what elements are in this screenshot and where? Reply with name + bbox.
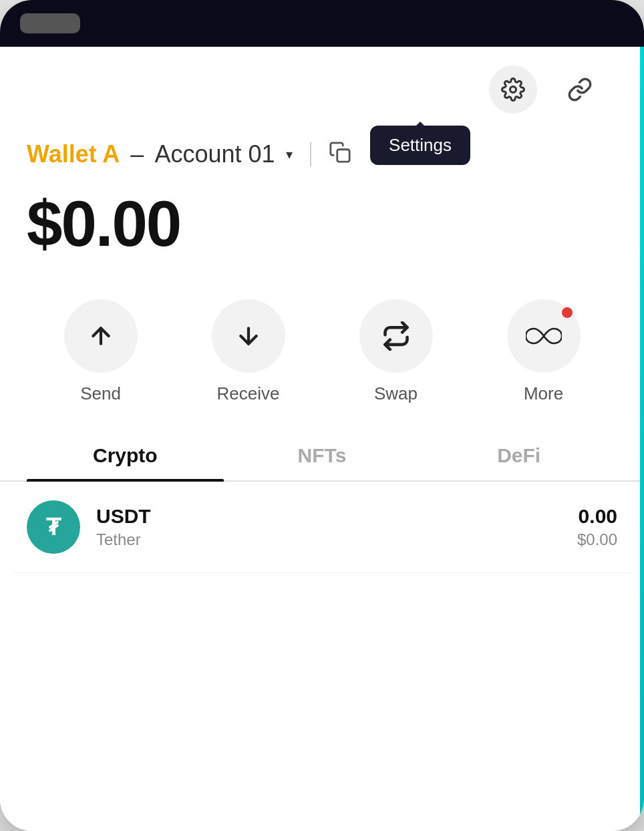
tabs-section: Crypto NFTs DeFi [0,431,644,482]
send-button[interactable] [64,299,138,373]
app-content: Settings Wallet A – Account 01 ▾ [0,47,644,831]
copy-address-button[interactable] [329,141,351,168]
usdt-name: Tether [96,530,561,549]
tab-defi[interactable]: DeFi [420,431,617,480]
copy-icon [329,141,351,164]
status-pill [20,13,80,33]
arrow-down-icon [235,323,262,349]
link-button[interactable] [556,65,604,114]
usdt-usd: $0.00 [577,530,617,549]
wallet-section: Wallet A – Account 01 ▾ [0,120,644,175]
gear-icon [501,77,525,102]
dropdown-arrow[interactable]: ▾ [286,146,293,162]
link-icon [567,77,593,102]
more-icon [526,326,562,346]
usdt-info: USDT Tether [96,505,561,549]
tab-crypto[interactable]: Crypto [27,431,224,480]
settings-button[interactable] [489,65,537,114]
swap-label: Swap [374,383,418,404]
usdt-value: 0.00 $0.00 [577,505,617,549]
receive-label: Receive [217,383,280,404]
arrow-up-icon [88,323,114,349]
status-bar [0,0,644,47]
header-icons: Settings [0,47,644,120]
wallet-dash: – [130,140,144,168]
balance-amount: $0.00 [27,188,617,259]
notification-dot [562,307,573,318]
wallet-account: Account 01 [154,140,275,168]
usdt-logo: ₮ [27,500,80,554]
receive-button[interactable] [212,299,285,373]
actions-section: Send Receive [0,286,644,431]
usdt-amount: 0.00 [577,505,617,528]
wallet-divider [310,142,311,166]
send-action[interactable]: Send [64,299,138,404]
balance-section: $0.00 [0,175,644,286]
usdt-symbol: USDT [96,505,561,528]
phone-frame: Settings Wallet A – Account 01 ▾ [0,0,644,831]
swap-icon [381,321,411,351]
settings-tooltip: Settings [370,126,470,165]
receive-action[interactable]: Receive [212,299,285,404]
wallet-name: Wallet A [27,140,120,168]
swap-button[interactable] [359,299,433,373]
more-action[interactable]: More [507,299,581,404]
wallet-title: Wallet A – Account 01 ▾ [27,140,617,168]
send-label: Send [80,383,121,404]
tab-nfts[interactable]: NFTs [224,431,421,480]
crypto-row-usdt[interactable]: ₮ USDT Tether 0.00 $0.00 [13,482,631,573]
svg-point-0 [510,87,516,93]
swap-action[interactable]: Swap [359,299,433,404]
more-button[interactable] [507,299,581,373]
more-label: More [524,383,563,404]
crypto-list: ₮ USDT Tether 0.00 $0.00 [0,482,644,831]
svg-rect-1 [337,149,349,161]
